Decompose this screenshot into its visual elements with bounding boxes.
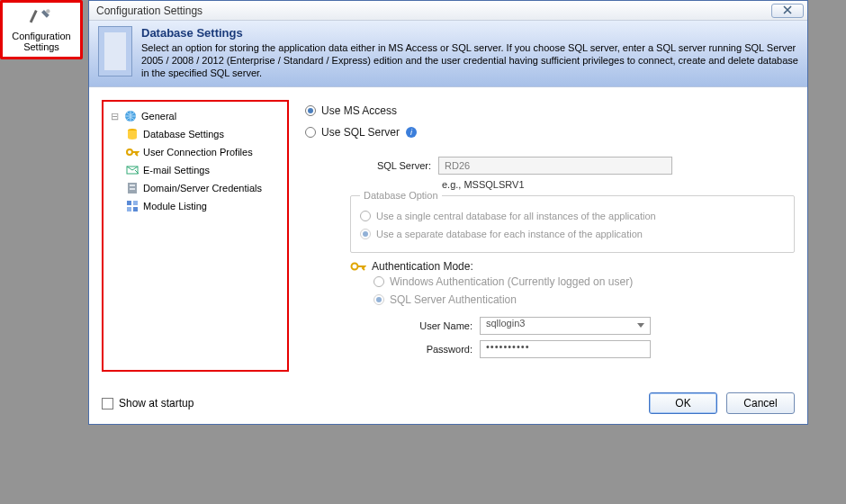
tree-item-user-connection-profiles[interactable]: User Connection Profiles — [107, 143, 284, 161]
database-option-group: Database Option Use a single central dat… — [350, 195, 795, 253]
globe-icon — [123, 109, 138, 123]
tree-item-database-settings[interactable]: Database Settings — [107, 125, 284, 143]
option-label: Use a single central database for all in… — [376, 211, 656, 221]
settings-tree: ⊟ General Database Settings User Connect… — [102, 100, 289, 372]
svg-point-15 — [352, 264, 358, 270]
radio-label: Use MS Access — [321, 104, 397, 117]
settings-header-icon — [98, 26, 132, 76]
svg-rect-12 — [133, 207, 138, 212]
show-at-startup-checkbox[interactable]: Show at startup — [102, 397, 194, 410]
use-sql-server-radio[interactable]: Use SQL Server i — [305, 122, 795, 143]
svg-point-4 — [127, 149, 132, 155]
mail-icon — [125, 163, 140, 177]
auth-mode-label: Authentication Mode: — [372, 260, 473, 273]
tree-item-domain-server-credentials[interactable]: Domain/Server Credentials — [107, 179, 284, 197]
db-option-central[interactable]: Use a single central database for all in… — [360, 207, 785, 225]
tree-item-label: Module Listing — [143, 201, 207, 212]
database-icon — [125, 127, 140, 141]
password-input[interactable]: •••••••••• — [480, 340, 651, 358]
tree-collapse-icon[interactable]: ⊟ — [109, 111, 120, 122]
svg-rect-8 — [130, 188, 135, 190]
sql-server-input[interactable] — [438, 157, 672, 175]
window-title: Configuration Settings — [96, 4, 202, 17]
radio-label: Use SQL Server — [321, 126, 400, 139]
button-label: Cancel — [743, 397, 777, 410]
titlebar: Configuration Settings — [89, 1, 807, 21]
checkbox-icon — [102, 398, 113, 410]
module-icon — [125, 199, 140, 213]
svg-rect-9 — [127, 201, 131, 205]
radio-icon — [360, 211, 371, 221]
sql-server-label: SQL Server: — [350, 160, 431, 171]
ok-button[interactable]: OK — [649, 392, 717, 414]
info-icon[interactable]: i — [405, 126, 418, 139]
configuration-dialog: Configuration Settings Database Settings… — [88, 0, 808, 425]
server-icon — [125, 181, 140, 195]
tree-item-email-settings[interactable]: E-mail Settings — [107, 161, 284, 179]
option-label: Use a separate database for each instanc… — [376, 229, 643, 239]
header-title: Database Settings — [141, 26, 798, 40]
radio-icon — [305, 127, 316, 138]
username-value: sqllogin3 — [486, 318, 525, 328]
tree-root-label: General — [141, 111, 176, 122]
checkbox-label: Show at startup — [119, 397, 194, 410]
configuration-settings-launcher[interactable]: ConfigurationSettings — [0, 0, 83, 59]
sql-server-hint: e.g., MSSQLSRV1 — [350, 179, 795, 190]
svg-point-1 — [46, 9, 50, 13]
auth-mode-label-row: Authentication Mode: — [350, 260, 795, 273]
tree-item-label: User Connection Profiles — [143, 147, 253, 158]
svg-rect-7 — [130, 184, 135, 186]
radio-icon — [374, 276, 384, 287]
svg-rect-11 — [127, 207, 131, 212]
password-label: Password: — [374, 344, 472, 355]
auth-windows[interactable]: Windows Authentication (Currently logged… — [374, 273, 795, 291]
key-icon — [125, 145, 140, 159]
key-icon — [350, 260, 366, 273]
tree-item-label: E-mail Settings — [143, 165, 210, 176]
close-button[interactable] — [771, 4, 804, 18]
password-value: •••••••••• — [486, 341, 530, 352]
tree-root-general[interactable]: ⊟ General — [107, 107, 284, 125]
auth-sql[interactable]: SQL Server Authentication — [374, 291, 795, 309]
header-band: Database Settings Select an option for s… — [89, 21, 807, 87]
radio-icon — [305, 105, 316, 116]
db-option-separate[interactable]: Use a separate database for each instanc… — [360, 225, 785, 243]
svg-rect-10 — [133, 201, 138, 205]
option-label: SQL Server Authentication — [390, 293, 517, 306]
option-label: Windows Authentication (Currently logged… — [390, 275, 633, 288]
tree-item-label: Database Settings — [143, 129, 224, 140]
close-icon — [782, 4, 793, 17]
tree-item-module-listing[interactable]: Module Listing — [107, 197, 284, 215]
radio-icon — [374, 294, 384, 305]
dialog-footer: Show at startup OK Cancel — [102, 392, 795, 415]
button-label: OK — [675, 397, 690, 410]
svg-rect-0 — [30, 10, 38, 23]
header-description: Select an option for storing the applica… — [141, 41, 798, 79]
radio-icon — [360, 229, 371, 239]
tools-icon — [28, 7, 55, 29]
cancel-button[interactable]: Cancel — [726, 392, 795, 414]
settings-form: Use MS Access Use SQL Server i SQL Serve… — [305, 100, 795, 388]
use-ms-access-radio[interactable]: Use MS Access — [305, 100, 795, 122]
username-label: User Name: — [374, 320, 472, 331]
launcher-label: ConfigurationSettings — [12, 31, 70, 52]
tree-item-label: Domain/Server Credentials — [143, 183, 262, 194]
database-option-title: Database Option — [360, 190, 442, 201]
username-combo[interactable]: sqllogin3 — [480, 317, 651, 335]
